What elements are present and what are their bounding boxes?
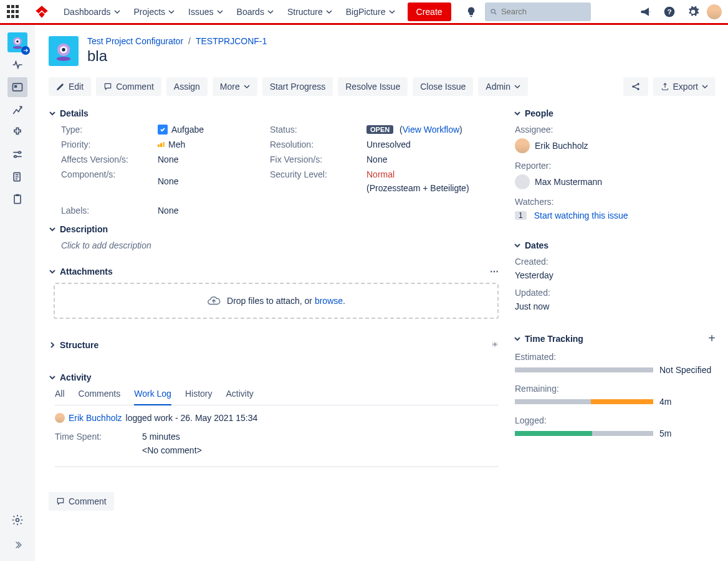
megaphone-icon[interactable] [638,4,653,19]
sidebar-sliders-icon[interactable] [7,144,27,164]
status-value: OPEN (View Workflow) [366,125,499,135]
help-icon[interactable]: ? [662,4,677,19]
profile-avatar[interactable] [707,4,722,19]
comment-button-bottom[interactable]: Comment [49,492,114,511]
breadcrumb-separator: / [188,36,191,46]
worklog-user-avatar [55,413,65,423]
svg-rect-13 [16,194,19,196]
time-spent-value: 5 minutes [142,432,180,442]
tab-worklog[interactable]: Work Log [134,389,171,405]
assign-button[interactable]: Assign [166,77,208,96]
sidebar-components-icon[interactable] [7,122,27,142]
apps-grid-icon[interactable] [6,4,21,19]
search-icon [490,7,497,16]
more-button[interactable]: More [213,77,257,96]
task-type-icon [158,125,168,135]
tab-history[interactable]: History [185,389,213,405]
nav-structure[interactable]: Structure [282,4,337,19]
sidebar-activity-icon[interactable] [7,55,27,75]
affects-value: None [158,154,270,164]
svg-point-17 [62,48,65,52]
nav-dashboards[interactable]: Dashboards [59,4,125,19]
jira-logo-icon[interactable] [34,4,50,20]
description-section-toggle[interactable]: Description [49,224,499,234]
comment-button[interactable]: Comment [96,77,161,96]
sidebar-clipboard-icon[interactable] [7,189,27,209]
svg-point-10 [14,156,16,158]
affects-label: Affects Version/s: [61,154,158,164]
sidebar-expand-icon[interactable] [7,535,27,555]
create-button[interactable]: Create [408,2,451,21]
close-issue-button[interactable]: Close Issue [413,77,473,96]
nav-issues[interactable]: Issues [183,4,228,19]
remaining-label: Remaining: [515,384,716,394]
reporter-name[interactable]: Max Mustermann [535,177,602,187]
admin-button[interactable]: Admin [478,77,528,96]
chevron-down-icon [217,9,223,15]
worklog-suffix: logged work - 26. May 2021 15:34 [126,413,258,423]
svg-rect-12 [14,195,21,203]
chevron-down-icon [49,374,56,381]
search-input[interactable] [485,2,591,21]
breadcrumb-project[interactable]: Test Project Configurator [87,36,183,46]
start-progress-button[interactable]: Start Progress [262,77,333,96]
svg-point-6 [13,46,22,49]
fix-value: None [366,154,499,164]
details-section-toggle[interactable]: Details [49,108,499,118]
chevron-down-icon [326,9,332,15]
attachments-section-toggle[interactable]: Attachments ⋯ [49,267,499,277]
components-value: None [158,169,270,193]
attachment-dropzone[interactable]: Drop files to attach, or browse. [54,283,499,319]
project-avatar-icon[interactable] [49,36,79,66]
assignee-avatar[interactable] [515,138,530,153]
labels-label: Labels: [61,206,158,215]
start-watching-link[interactable]: Start watching this issue [534,211,628,220]
updated-value: Just now [515,301,716,311]
reporter-avatar[interactable] [515,174,530,189]
settings-icon[interactable] [686,4,701,19]
time-tracking-section-toggle[interactable]: Time Tracking + [514,331,716,346]
activity-section-toggle[interactable]: Activity [49,372,499,382]
top-bar: Dashboards Projects Issues Boards Struct… [0,0,728,25]
sidebar-board-icon[interactable] [7,77,27,97]
sidebar-project-icon[interactable] [7,32,27,52]
browse-link[interactable]: browse [315,296,343,306]
export-button[interactable]: Export [653,77,716,96]
edit-button[interactable]: Edit [49,77,91,96]
priority-icon [158,142,165,147]
view-workflow-link[interactable]: View Workflow [403,125,459,135]
breadcrumb-issue-key[interactable]: TESTPRJCONF-1 [196,36,267,46]
sidebar-reports-icon[interactable] [7,100,27,120]
description-placeholder[interactable]: Click to add description [49,240,499,250]
type-value: Aufgabe [158,125,270,135]
resolve-issue-button[interactable]: Resolve Issue [338,77,408,96]
sidebar-settings-icon[interactable] [7,510,27,530]
people-section-toggle[interactable]: People [514,108,716,118]
time-tracking-add-icon[interactable]: + [708,331,716,346]
sidebar-pages-icon[interactable] [7,167,27,187]
chevron-down-icon [244,83,250,90]
chevron-down-icon [514,242,521,249]
chevron-down-icon [702,83,708,90]
status-badge: OPEN [366,125,393,134]
assignee-name[interactable]: Erik Buchholz [535,141,588,151]
cloud-upload-icon [207,294,221,308]
worklog-user-link[interactable]: Erik Buchholz [69,413,122,423]
issue-title[interactable]: bla [87,47,267,65]
bulb-icon[interactable] [464,4,479,19]
estimated-value: Not Specified [659,365,716,375]
nav-bigpicture[interactable]: BigPicture [341,4,400,19]
tab-all[interactable]: All [55,389,65,405]
structure-section-toggle[interactable]: Structure [49,340,499,350]
dates-section-toggle[interactable]: Dates [514,240,716,250]
svg-text:?: ? [667,7,671,16]
created-value: Yesterday [515,270,716,280]
nav-projects[interactable]: Projects [129,4,180,19]
comment-icon [56,497,65,506]
nav-boards[interactable]: Boards [232,4,279,19]
attachments-menu-icon[interactable]: ⋯ [490,267,499,277]
structure-settings-icon[interactable] [491,340,499,350]
tab-activity[interactable]: Activity [226,389,253,405]
share-button[interactable] [623,77,648,96]
tab-comments[interactable]: Comments [79,389,121,405]
